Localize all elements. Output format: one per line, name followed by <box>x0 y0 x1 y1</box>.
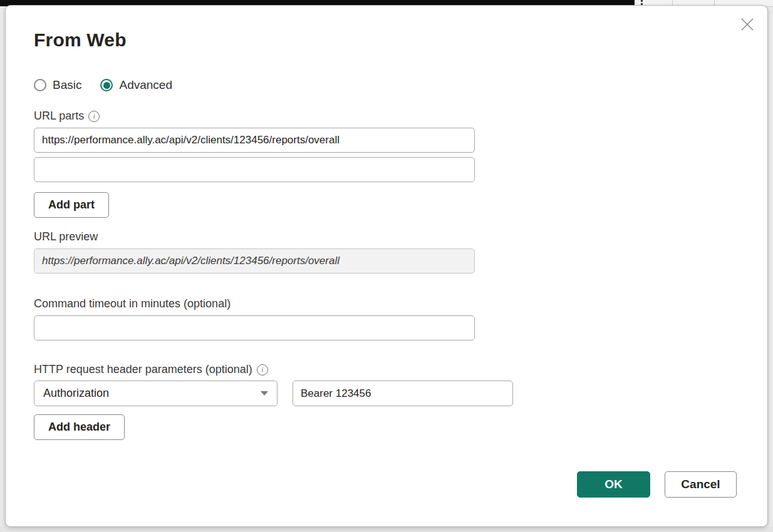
info-icon[interactable]: i <box>88 111 100 122</box>
http-headers-label-text: HTTP request header parameters (optional… <box>34 363 252 376</box>
http-headers-label: HTTP request header parameters (optional… <box>34 363 268 376</box>
from-web-dialog: From Web Basic Advanced URL parts i Add … <box>5 5 768 527</box>
header-name-dropdown-value: Authorization <box>43 387 109 400</box>
radio-advanced-label: Advanced <box>119 78 172 92</box>
page-title: From Web <box>34 29 127 51</box>
ok-button[interactable]: OK <box>577 471 650 498</box>
url-part-1-input[interactable] <box>34 128 475 153</box>
app-statusbar-strip <box>0 527 773 532</box>
close-x-glyph <box>739 16 755 33</box>
info-icon[interactable]: i <box>257 364 268 376</box>
header-name-dropdown[interactable]: Authorization <box>34 381 278 406</box>
url-part-2-input[interactable] <box>34 157 475 182</box>
radio-basic[interactable]: Basic <box>34 78 81 92</box>
url-parts-label: URL parts i <box>34 110 100 123</box>
add-header-button[interactable]: Add header <box>34 414 125 440</box>
radio-basic-circle-icon <box>34 79 46 91</box>
command-timeout-label: Command timeout in minutes (optional) <box>34 297 231 310</box>
command-timeout-input[interactable] <box>34 315 475 340</box>
url-preview-label: URL preview <box>34 230 98 243</box>
url-parts-label-text: URL parts <box>34 110 84 123</box>
command-timeout-label-text: Command timeout in minutes (optional) <box>34 297 231 310</box>
cancel-button[interactable]: Cancel <box>665 471 737 498</box>
radio-basic-label: Basic <box>53 78 81 92</box>
mode-radio-group: Basic Advanced <box>34 78 172 92</box>
url-preview-label-text: URL preview <box>34 230 98 243</box>
chevron-down-icon <box>261 391 268 396</box>
url-preview-field: https://performance.ally.ac/api/v2/clien… <box>34 248 475 274</box>
add-part-button[interactable]: Add part <box>34 192 109 218</box>
radio-advanced-circle-icon <box>100 79 113 91</box>
radio-advanced[interactable]: Advanced <box>100 78 172 92</box>
header-value-input[interactable] <box>293 381 513 406</box>
close-icon[interactable] <box>737 14 757 34</box>
